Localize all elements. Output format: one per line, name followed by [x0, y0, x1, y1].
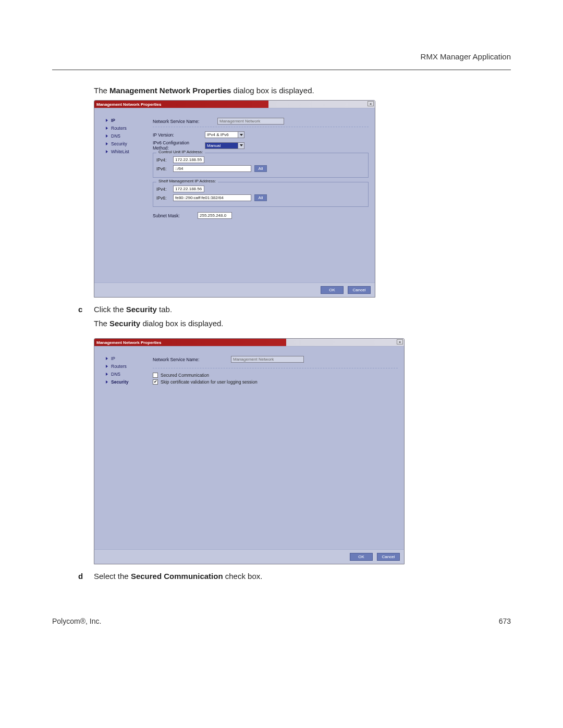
chevron-right-icon [106, 142, 108, 145]
text-bold: Management Network Properties [109, 86, 231, 95]
titlebar: Management Network Properties × [94, 339, 404, 346]
dropdown-arrow-icon[interactable] [238, 131, 244, 138]
ip-version-select[interactable]: IPv4 & IPv6 [205, 131, 238, 138]
text: dialog box is displayed. [140, 319, 223, 328]
all-button[interactable]: All [254, 165, 267, 172]
dialog-title: Management Network Properties [96, 102, 161, 107]
step-text: The Security dialog box is displayed. [94, 319, 223, 328]
chevron-right-icon [106, 365, 108, 368]
ipv4-label: IPv4: [156, 187, 173, 192]
tab-label: DNS [111, 133, 120, 139]
tab-list: IP Routers DNS Security WhiteList [94, 108, 150, 282]
tab-label: WhiteList [111, 149, 129, 154]
tab-panel-security: Network Service Name: Management Network… [150, 347, 404, 549]
header-rule [52, 69, 511, 70]
fieldset-control-unit: Control Unit IP Address: IPv4: 172.22.18… [153, 153, 369, 178]
ok-button[interactable]: OK [350, 553, 373, 561]
text-bold: Security [126, 305, 157, 314]
tab-ip[interactable]: IP [106, 356, 145, 361]
skip-cert-validation-checkbox[interactable]: ✔ Skip certificate validation for user l… [153, 379, 401, 385]
fieldset-shelf-mgmt: Shelf Management IP Address: IPv4: 172.2… [153, 182, 369, 207]
step-d: d Select the Secured Communication check… [78, 572, 511, 586]
ipv6-method-label: IPv6 Configuration Method: [153, 140, 205, 151]
cancel-button[interactable]: Cancel [377, 553, 400, 561]
tab-panel-ip: Network Service Name: Management Network… [150, 108, 375, 282]
dialog-mgmt-network-properties-ip: Management Network Properties × IP Route… [94, 100, 375, 298]
chevron-right-icon [106, 380, 108, 384]
checkbox-label: Secured Communication [161, 373, 209, 378]
ipv4-field[interactable]: 172.22.188.55 [173, 156, 204, 163]
chevron-right-icon [106, 127, 108, 130]
text: dialog box is displayed. [231, 86, 314, 95]
step-text: Select the Secured Communication check b… [94, 572, 262, 581]
chevron-right-icon [106, 134, 108, 138]
fieldset-legend: Shelf Management IP Address: [156, 179, 218, 183]
close-button[interactable]: × [368, 101, 374, 106]
dialog-button-row: OK Cancel [94, 549, 404, 564]
chevron-right-icon [106, 119, 108, 122]
tab-dns[interactable]: DNS [106, 372, 145, 377]
footer-left: Polycom®, Inc. [52, 617, 101, 625]
tab-label: Security [111, 141, 127, 146]
tab-routers[interactable]: Routers [106, 364, 145, 369]
dropdown-arrow-icon[interactable] [238, 142, 244, 149]
secured-communication-checkbox[interactable]: Secured Communication [153, 373, 401, 378]
text: The [94, 319, 109, 328]
subnet-field[interactable]: 255.255.248.0 [198, 212, 232, 219]
text: Select the [94, 572, 131, 581]
ok-button[interactable]: OK [321, 286, 344, 294]
dialog-title: Management Network Properties [96, 340, 161, 345]
running-header: RMX Manager Application [0, 0, 563, 66]
ipv6-field[interactable]: ::/64 [173, 165, 251, 172]
chevron-right-icon [106, 150, 108, 153]
text: Click the [94, 305, 126, 314]
tab-label: IP [111, 118, 115, 123]
svc-name-field: Management Network [231, 356, 304, 363]
text: tab. [157, 305, 172, 314]
separator [153, 127, 369, 127]
ipv6-field[interactable]: fe80::290:caff:fe01:382/64 [173, 194, 251, 201]
ipv4-field[interactable]: 172.22.188.56 [173, 186, 204, 192]
ipv4-label: IPv4: [156, 157, 173, 163]
chevron-right-icon [106, 357, 108, 360]
checkbox-icon: ✔ [153, 379, 158, 385]
tab-label: Routers [111, 364, 127, 369]
step-letter: c [78, 305, 87, 333]
ip-version-label: IP Version: [153, 132, 205, 138]
titlebar: Management Network Properties × [94, 101, 375, 108]
tab-routers[interactable]: Routers [106, 126, 145, 131]
tab-list: IP Routers DNS Security [94, 347, 150, 549]
tab-label: Routers [111, 126, 127, 131]
text: check box. [223, 572, 263, 581]
all-button[interactable]: All [254, 194, 267, 201]
page-number: 673 [499, 617, 511, 625]
fieldset-legend: Control Unit IP Address: [156, 150, 205, 154]
chevron-right-icon [106, 373, 108, 376]
text-bold: Secured Communication [131, 572, 223, 581]
step-text: Click the Security tab. [94, 305, 223, 314]
tab-label: DNS [111, 372, 120, 377]
tab-ip[interactable]: IP [106, 118, 145, 123]
tab-whitelist[interactable]: WhiteList [106, 149, 145, 154]
ipv6-label: IPv6: [156, 195, 173, 201]
cancel-button[interactable]: Cancel [348, 286, 371, 294]
dialog-button-row: OK Cancel [94, 282, 375, 297]
tab-label: IP [111, 356, 115, 361]
close-button[interactable]: × [397, 339, 403, 344]
svc-name-field: Management Network [217, 118, 284, 125]
dialog-mgmt-network-properties-security: Management Network Properties × IP Route… [94, 338, 405, 564]
subnet-label: Subnet Mask: [153, 213, 198, 218]
tab-label: Security [111, 379, 129, 385]
step-c: c Click the Security tab. The Security d… [78, 305, 511, 333]
ipv6-method-select[interactable]: Manual [205, 142, 238, 149]
separator [153, 368, 398, 368]
step-letter: d [78, 572, 87, 586]
tab-dns[interactable]: DNS [106, 133, 145, 139]
intro-text: The Management Network Properties dialog… [94, 86, 511, 95]
svc-name-label: Network Service Name: [153, 119, 217, 124]
text-bold: Security [109, 319, 140, 328]
svc-name-label: Network Service Name: [153, 357, 231, 362]
tab-security[interactable]: Security [106, 379, 145, 385]
tab-security[interactable]: Security [106, 141, 145, 146]
checkbox-label: Skip certificate validation for user log… [161, 379, 258, 385]
